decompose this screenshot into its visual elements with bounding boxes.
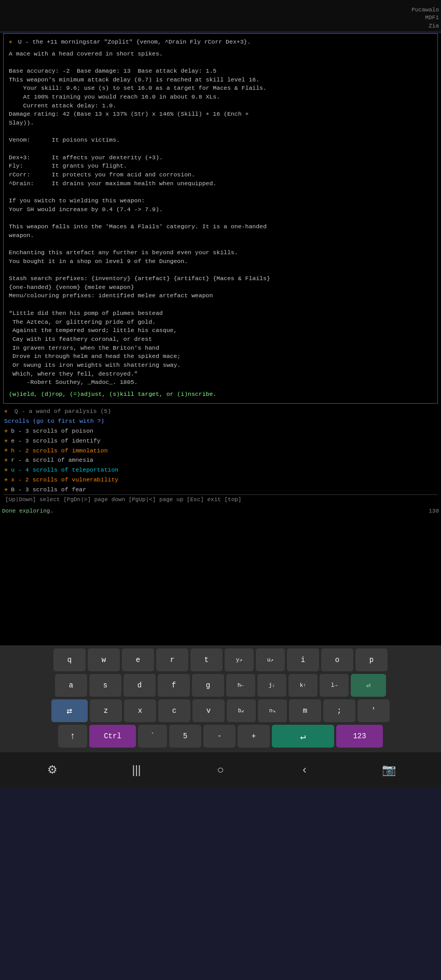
keyboard-row-2: a s d f g h← j↓ k↑ l→ ⏎ xyxy=(2,674,439,697)
scroll-icon-r: ✳️ xyxy=(4,456,8,465)
key-plus[interactable]: + xyxy=(238,725,270,748)
inventory-area: ✳️ Q - a wand of paralysis (5) Scrolls (… xyxy=(0,406,441,506)
key-ctrl[interactable]: Ctrl xyxy=(89,725,136,748)
scroll-label-u: u - 4 scrolls of teleportation xyxy=(11,466,118,474)
nav-hint: [Up|Down] select [PgDn|>] page down [PgU… xyxy=(3,494,438,505)
key-shift[interactable]: ⇄ xyxy=(51,699,88,722)
key-apostrophe[interactable]: ' xyxy=(357,699,390,722)
key-d[interactable]: d xyxy=(123,674,156,697)
status-text: Done exploring. xyxy=(2,508,53,514)
scroll-item-h[interactable]: ✳️h - 2 scrolls of immolation xyxy=(3,446,438,456)
scroll-icon-x: ✳️ xyxy=(4,476,8,485)
scroll-label-r: r - a scroll of amnesia xyxy=(11,456,93,464)
game-screen: ✳️ U - the +11 morningstar "Zoplit" {ven… xyxy=(0,33,441,645)
key-s[interactable]: s xyxy=(89,674,121,697)
scroll-icon-B: ✳️ xyxy=(4,486,8,494)
scroll-icon-u: ✳️ xyxy=(4,466,8,475)
top-bar: PucawaloMDFiZia xyxy=(0,0,441,31)
wand-icon: ✳️ xyxy=(4,408,8,415)
key-c[interactable]: c xyxy=(158,699,190,722)
key-t[interactable]: t xyxy=(190,648,223,671)
nav-camera-button[interactable]: 📷 xyxy=(376,757,402,783)
scroll-icon-e: ✳️ xyxy=(4,437,8,446)
key-l[interactable]: l→ xyxy=(320,674,349,697)
nav-settings-button[interactable]: ⚙ xyxy=(39,757,65,783)
key-y[interactable]: y↗ xyxy=(225,648,254,671)
scroll-label-b: b - 3 scrolls of poison xyxy=(11,427,93,435)
key-123[interactable]: 123 xyxy=(336,725,383,748)
scrolls-list: ✳️b - 3 scrolls of poison✳️e - 3 scrolls… xyxy=(3,426,438,495)
key-up-arrow[interactable]: ↑ xyxy=(58,725,87,748)
status-bar: Done exploring. 130 xyxy=(0,506,441,516)
key-f[interactable]: f xyxy=(158,674,190,697)
scroll-label-x: x - 2 scrolls of vulnerability xyxy=(11,476,118,484)
scroll-item-x[interactable]: ✳️x - 2 scrolls of vulnerability xyxy=(3,475,438,485)
scroll-label-h: h - 2 scrolls of immolation xyxy=(11,447,107,455)
wand-line: ✳️ Q - a wand of paralysis (5) xyxy=(3,407,438,416)
scroll-icon-h: ✳️ xyxy=(4,446,8,455)
nav-menu-button[interactable]: ||| xyxy=(123,757,149,783)
key-w[interactable]: w xyxy=(88,648,120,671)
key-h[interactable]: h← xyxy=(226,674,255,697)
item-title: U - the +11 morningstar "Zoplit" {venom,… xyxy=(18,38,251,45)
scroll-item-b[interactable]: ✳️b - 3 scrolls of poison xyxy=(3,426,438,436)
keyboard-row-1: q w e r t y↗ u↗ i o p xyxy=(2,648,439,671)
key-backtick[interactable]: ` xyxy=(138,725,167,748)
key-j[interactable]: j↓ xyxy=(257,674,286,697)
key-m[interactable]: m xyxy=(289,699,321,722)
key-q[interactable]: q xyxy=(53,648,86,671)
key-k[interactable]: k↑ xyxy=(288,674,318,697)
key-g[interactable]: g xyxy=(192,674,224,697)
key-n[interactable]: n↘ xyxy=(258,699,287,722)
nav-back-button[interactable]: ‹ xyxy=(292,757,318,783)
scroll-label-B: B - 3 scrolls of fear xyxy=(11,486,86,494)
keyboard-row-4: ↑ Ctrl ` 5 - + ↵ 123 xyxy=(2,725,439,748)
key-b[interactable]: b↙ xyxy=(227,699,256,722)
key-enter-bottom[interactable]: ↵ xyxy=(272,725,334,748)
item-popup: ✳️ U - the +11 morningstar "Zoplit" {ven… xyxy=(3,33,438,404)
keyboard-row-3: ⇄ z x c v b↙ n↘ m ; ' xyxy=(2,699,439,722)
key-semicolon[interactable]: ; xyxy=(323,699,355,722)
scrolls-header-text: Scrolls (go to first with ?) xyxy=(4,418,104,424)
key-a[interactable]: a xyxy=(55,674,87,697)
scroll-icon-b: ✳️ xyxy=(4,427,8,436)
scroll-item-r[interactable]: ✳️r - a scroll of amnesia xyxy=(3,456,438,465)
item-description: A mace with a head covered in short spik… xyxy=(9,50,432,387)
key-i[interactable]: i xyxy=(287,648,319,671)
scrolls-header: Scrolls (go to first with ?) xyxy=(3,416,438,426)
key-v[interactable]: v xyxy=(192,699,225,722)
item-header: ✳️ U - the +11 morningstar "Zoplit" {ven… xyxy=(9,38,432,47)
top-bar-text: PucawaloMDFiZia xyxy=(411,6,439,30)
key-p[interactable]: p xyxy=(355,648,388,671)
action-line: (w)ield, (d)rop, (=)adjust, (s)kill targ… xyxy=(9,390,432,399)
key-5[interactable]: 5 xyxy=(169,725,201,748)
key-r[interactable]: r xyxy=(156,648,188,671)
nav-bar: ⚙ ||| ○ ‹ 📷 xyxy=(0,752,441,788)
scroll-item-e[interactable]: ✳️e - 3 scrolls of identify xyxy=(3,436,438,446)
key-z[interactable]: z xyxy=(90,699,122,722)
scroll-item-B[interactable]: ✳️B - 3 scrolls of fear xyxy=(3,485,438,495)
scroll-label-e: e - 3 scrolls of identify xyxy=(11,437,101,445)
key-enter-top[interactable]: ⏎ xyxy=(351,674,386,697)
scroll-item-u[interactable]: ✳️u - 4 scrolls of teleportation xyxy=(3,465,438,475)
weapon-icon: ✳️ xyxy=(9,38,12,45)
key-minus[interactable]: - xyxy=(203,725,236,748)
wand-label: Q - a wand of paralysis (5) xyxy=(15,408,111,415)
key-x[interactable]: x xyxy=(124,699,156,722)
keyboard[interactable]: q w e r t y↗ u↗ i o p a s d f g h← j↓ k↑… xyxy=(0,645,441,752)
key-o[interactable]: o xyxy=(321,648,353,671)
key-u[interactable]: u↗ xyxy=(256,648,285,671)
key-e[interactable]: e xyxy=(122,648,154,671)
counter: 130 xyxy=(429,507,439,515)
nav-home-button[interactable]: ○ xyxy=(208,757,233,783)
